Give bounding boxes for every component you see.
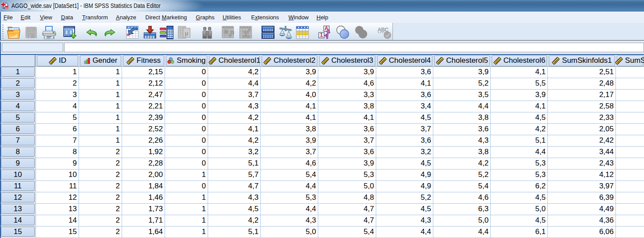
svg-text:μ: μ [185,30,188,36]
svg-text:1: 1 [320,32,323,38]
